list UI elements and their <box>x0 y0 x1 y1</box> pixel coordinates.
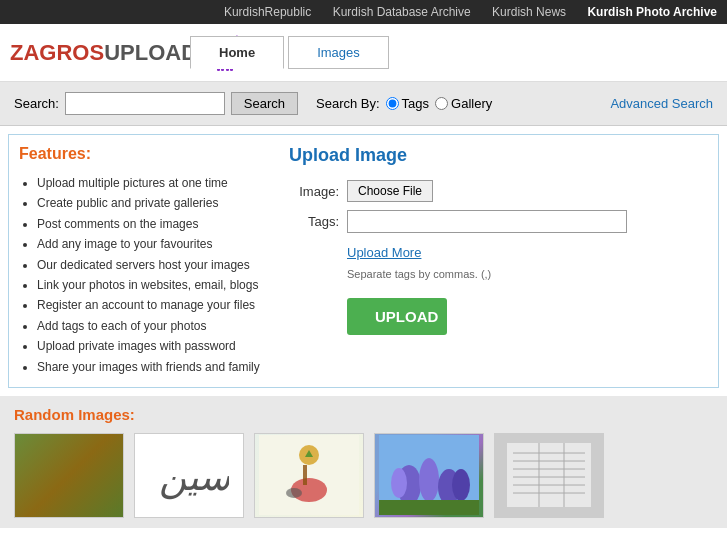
top-nav-kurdish-photo[interactable]: Kurdish Photo Archive <box>587 5 717 19</box>
thumbnail-5[interactable] <box>494 433 604 518</box>
search-by: Search By: Tags Gallery <box>316 96 492 111</box>
random-images-section: Random Images: سین <box>0 396 727 528</box>
upload-more-link[interactable]: Upload More <box>347 245 708 260</box>
features-list: Upload multiple pictures at one time Cre… <box>19 173 279 377</box>
main-content: Features: Upload multiple pictures at on… <box>8 134 719 388</box>
search-bar: Search: Search Search By: Tags Gallery A… <box>0 82 727 126</box>
svg-point-20 <box>391 468 407 498</box>
list-item: Register an account to manage your files <box>37 295 279 315</box>
logo-part1: ZAGROS <box>10 40 104 65</box>
search-by-gallery-option[interactable]: Gallery <box>435 96 492 111</box>
tags-row: Tags: <box>289 210 708 233</box>
list-item: Our dedicated servers host your images <box>37 255 279 275</box>
tags-input[interactable] <box>347 210 627 233</box>
top-nav-kurdish-db[interactable]: Kurdish Database Archive <box>333 5 471 19</box>
list-item: Add tags to each of your photos <box>37 316 279 336</box>
thumbnail-1[interactable] <box>14 433 124 518</box>
header: ZAGROSUPLOAD <box>0 24 727 82</box>
radio-gallery[interactable] <box>435 97 448 110</box>
list-item: Share your images with friends and famil… <box>37 357 279 377</box>
logo-text: ZAGROSUPLOAD <box>10 42 197 64</box>
upload-title: Upload Image <box>289 145 708 166</box>
features-panel: Features: Upload multiple pictures at on… <box>19 145 279 377</box>
radio-tags[interactable] <box>386 97 399 110</box>
search-input[interactable] <box>65 92 225 115</box>
svg-rect-22 <box>379 500 479 515</box>
random-images-title: Random Images: <box>14 406 713 423</box>
flowers-svg <box>379 435 479 515</box>
upload-panel: Upload Image Image: Choose File Tags: Up… <box>289 145 708 377</box>
list-item: Post comments on the images <box>37 214 279 234</box>
thumbnail-2[interactable]: سین <box>134 433 244 518</box>
tab-images[interactable]: Images <box>288 36 389 69</box>
svg-text:سین: سین <box>159 456 229 500</box>
list-item: Upload multiple pictures at one time <box>37 173 279 193</box>
top-nav-kurdish-news[interactable]: Kurdish News <box>492 5 566 19</box>
tags-hint: Separate tags by commas. (,) <box>347 268 708 280</box>
gallery-label: Gallery <box>451 96 492 111</box>
top-navigation: KurdishRepublic Kurdish Database Archive… <box>0 0 727 24</box>
logo-part2: UPLOAD <box>104 40 197 65</box>
list-item: Add any image to your favourites <box>37 234 279 254</box>
tags-form-label: Tags: <box>289 214 339 229</box>
svg-point-18 <box>419 458 439 502</box>
calligraphy-svg: سین <box>149 445 229 505</box>
search-by-tags-option[interactable]: Tags <box>386 96 429 111</box>
upload-form: Image: Choose File Tags: Upload More Sep… <box>289 180 708 335</box>
advanced-search-link[interactable]: Advanced Search <box>610 96 713 111</box>
svg-rect-14 <box>303 465 307 485</box>
choose-file-button[interactable]: Choose File <box>347 180 433 202</box>
upload-button[interactable]: UPLOAD <box>347 298 447 335</box>
image-label: Image: <box>289 184 339 199</box>
svg-point-13 <box>286 488 302 498</box>
image-row: Image: Choose File <box>289 180 708 202</box>
logo: ZAGROSUPLOAD <box>10 30 170 75</box>
search-button[interactable]: Search <box>231 92 298 115</box>
warrior-svg <box>259 435 359 515</box>
nav-tabs: Home Images <box>190 36 389 69</box>
top-nav-kurdish-republic[interactable]: KurdishRepublic <box>224 5 311 19</box>
thumbnail-3[interactable] <box>254 433 364 518</box>
search-label: Search: <box>14 96 59 111</box>
features-title: Features: <box>19 145 279 163</box>
image-thumbs: سین <box>14 433 713 518</box>
list-item: Upload private images with password <box>37 336 279 356</box>
tab-home[interactable]: Home <box>190 36 284 69</box>
document-svg <box>499 435 599 515</box>
list-item: Create public and private galleries <box>37 193 279 213</box>
svg-point-21 <box>452 469 470 501</box>
list-item: Link your photos in websites, email, blo… <box>37 275 279 295</box>
search-by-label: Search By: <box>316 96 380 111</box>
tags-label: Tags <box>402 96 429 111</box>
thumbnail-4[interactable] <box>374 433 484 518</box>
